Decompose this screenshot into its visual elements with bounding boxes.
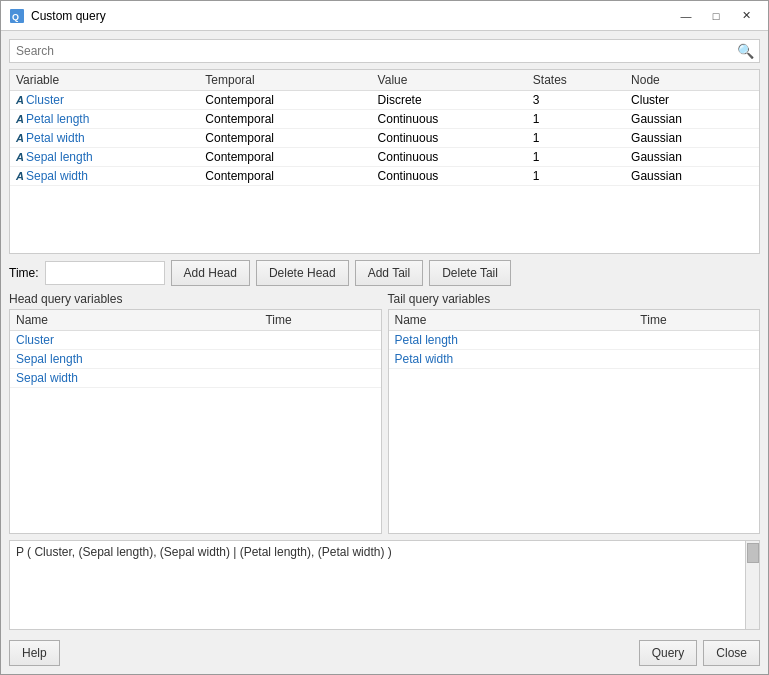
col-header-states: States [527,70,625,91]
var-states: 3 [527,91,625,110]
var-node: Gaussian [625,110,759,129]
formula-scrollbar[interactable] [745,541,759,629]
var-icon: A [16,94,24,106]
var-temporal: Contemporal [199,110,371,129]
head-panel-table-container: Name Time Cluster Sepal length Sepal wid… [9,309,382,534]
head-row-time [259,350,380,369]
tail-table-row[interactable]: Petal width [389,350,760,369]
variables-table-container: Variable Temporal Value States Node AClu… [9,69,760,254]
head-col-time: Time [259,310,380,331]
var-temporal: Contemporal [199,167,371,186]
table-row[interactable]: APetal length Contemporal Continuous 1 G… [10,110,759,129]
title-bar-controls: — □ ✕ [672,6,760,26]
var-name-cell: APetal length [10,110,199,129]
head-panel-section: Head query variables Name Time Cluster S… [9,292,382,534]
col-header-temporal: Temporal [199,70,371,91]
head-col-name: Name [10,310,259,331]
var-icon: A [16,113,24,125]
query-button[interactable]: Query [639,640,698,666]
tail-panel-table: Name Time Petal length Petal width [389,310,760,369]
bottom-bar: Help Query Close [9,636,760,666]
close-button[interactable]: Close [703,640,760,666]
var-name: Sepal width [26,169,88,183]
var-value: Continuous [372,167,527,186]
var-states: 1 [527,129,625,148]
head-table-row[interactable]: Sepal width [10,369,381,388]
search-input[interactable] [9,39,760,63]
time-input[interactable] [45,261,165,285]
formula-box: P ( Cluster, (Sepal length), (Sepal widt… [9,540,760,630]
maximize-button[interactable]: □ [702,6,730,26]
search-bar: 🔍 [9,39,760,63]
svg-text:Q: Q [12,12,19,22]
var-node: Gaussian [625,148,759,167]
window-title: Custom query [31,9,672,23]
formula-scroll-thumb [747,543,759,563]
formula-section: P ( Cluster, (Sepal length), (Sepal widt… [9,540,760,630]
var-value: Continuous [372,148,527,167]
var-temporal: Contemporal [199,129,371,148]
col-header-variable: Variable [10,70,199,91]
head-row-name: Sepal length [10,350,259,369]
help-button[interactable]: Help [9,640,60,666]
var-name-cell: ACluster [10,91,199,110]
table-row[interactable]: ASepal width Contemporal Continuous 1 Ga… [10,167,759,186]
var-temporal: Contemporal [199,148,371,167]
tail-table-row[interactable]: Petal length [389,331,760,350]
window-icon: Q [9,8,25,24]
table-row[interactable]: APetal width Contemporal Continuous 1 Ga… [10,129,759,148]
delete-tail-button[interactable]: Delete Tail [429,260,511,286]
head-table-row[interactable]: Cluster [10,331,381,350]
tail-row-name: Petal width [389,350,635,369]
head-table-row[interactable]: Sepal length [10,350,381,369]
var-value: Discrete [372,91,527,110]
time-row: Time: Add Head Delete Head Add Tail Dele… [9,260,760,286]
head-panel-label: Head query variables [9,292,382,306]
content-area: 🔍 Variable Temporal Value States Node AC… [1,31,768,674]
close-window-button[interactable]: ✕ [732,6,760,26]
table-row[interactable]: ACluster Contemporal Discrete 3 Cluster [10,91,759,110]
tail-row-name: Petal length [389,331,635,350]
head-row-time [259,331,380,350]
col-header-value: Value [372,70,527,91]
head-row-name: Cluster [10,331,259,350]
var-value: Continuous [372,129,527,148]
var-node: Gaussian [625,167,759,186]
var-name: Petal length [26,112,89,126]
var-states: 1 [527,148,625,167]
tail-panel-table-container: Name Time Petal length Petal width [388,309,761,534]
formula-text: P ( Cluster, (Sepal length), (Sepal widt… [16,545,392,559]
main-window: Q Custom query — □ ✕ 🔍 Variable Temporal… [0,0,769,675]
var-states: 1 [527,167,625,186]
bottom-right-buttons: Query Close [639,640,760,666]
head-table-header: Name Time [10,310,381,331]
query-panels: Head query variables Name Time Cluster S… [9,292,760,534]
var-icon: A [16,132,24,144]
tail-panel-section: Tail query variables Name Time Petal len… [388,292,761,534]
var-name-cell: APetal width [10,129,199,148]
head-row-time [259,369,380,388]
tail-row-time [634,350,759,369]
var-node: Cluster [625,91,759,110]
tail-table-header: Name Time [389,310,760,331]
table-row[interactable]: ASepal length Contemporal Continuous 1 G… [10,148,759,167]
tail-col-name: Name [389,310,635,331]
time-label: Time: [9,266,39,280]
var-node: Gaussian [625,129,759,148]
minimize-button[interactable]: — [672,6,700,26]
add-head-button[interactable]: Add Head [171,260,250,286]
var-icon: A [16,170,24,182]
var-states: 1 [527,110,625,129]
head-panel-table: Name Time Cluster Sepal length Sepal wid… [10,310,381,388]
col-header-node: Node [625,70,759,91]
var-icon: A [16,151,24,163]
var-temporal: Contemporal [199,91,371,110]
var-name-cell: ASepal length [10,148,199,167]
delete-head-button[interactable]: Delete Head [256,260,349,286]
table-header-row: Variable Temporal Value States Node [10,70,759,91]
head-row-name: Sepal width [10,369,259,388]
title-bar: Q Custom query — □ ✕ [1,1,768,31]
var-name: Sepal length [26,150,93,164]
add-tail-button[interactable]: Add Tail [355,260,423,286]
tail-col-time: Time [634,310,759,331]
